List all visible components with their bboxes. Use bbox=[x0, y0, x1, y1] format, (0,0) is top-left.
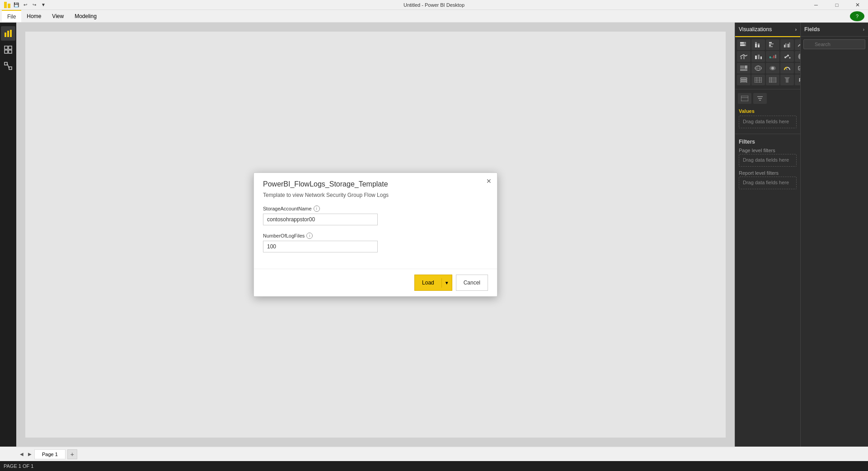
sidebar-icon-relationships[interactable] bbox=[1, 59, 15, 73]
svg-rect-3 bbox=[7, 31, 9, 37]
menu-tab-view[interactable]: View bbox=[47, 10, 69, 22]
viz-stacked-column[interactable] bbox=[751, 39, 765, 50]
page-tab-1[interactable]: Page 1 bbox=[34, 449, 66, 459]
viz-clustered-bar[interactable] bbox=[766, 39, 779, 50]
svg-rect-61 bbox=[741, 81, 747, 83]
load-button-main[interactable]: Load bbox=[415, 277, 441, 288]
svg-rect-12 bbox=[740, 42, 744, 44]
report-level-filters-label: Report level filters bbox=[735, 170, 800, 177]
svg-rect-21 bbox=[769, 43, 774, 45]
window-title: Untitled - Power BI Desktop bbox=[404, 2, 464, 8]
app-icon bbox=[4, 1, 11, 9]
load-button-dropdown[interactable]: ▼ bbox=[441, 278, 452, 288]
field-info-icon-storage[interactable]: i bbox=[314, 205, 320, 212]
minimize-button[interactable]: ─ bbox=[806, 0, 826, 10]
svg-rect-48 bbox=[740, 69, 747, 71]
viz-ribbon[interactable] bbox=[751, 51, 765, 62]
svg-rect-62 bbox=[755, 77, 762, 83]
redo-icon[interactable]: ↪ bbox=[31, 1, 38, 9]
cancel-button[interactable]: Cancel bbox=[456, 275, 488, 291]
sidebar-icon-report[interactable] bbox=[1, 26, 15, 41]
undo-icon[interactable]: ↩ bbox=[22, 1, 29, 9]
svg-rect-14 bbox=[740, 44, 745, 46]
svg-rect-8 bbox=[9, 50, 12, 53]
number-of-log-files-input[interactable] bbox=[263, 241, 378, 252]
values-drop-zone[interactable]: Drag data fields here bbox=[739, 116, 797, 128]
viz-extra-filter[interactable] bbox=[753, 93, 767, 104]
fields-panel: Fields › 🔍 bbox=[800, 23, 868, 447]
menu-tab-home[interactable]: Home bbox=[21, 10, 47, 22]
svg-rect-60 bbox=[741, 79, 747, 81]
svg-rect-35 bbox=[771, 57, 773, 58]
svg-line-54 bbox=[786, 68, 787, 70]
visualizations-tab[interactable]: Visualizations › bbox=[735, 23, 800, 37]
svg-rect-18 bbox=[758, 45, 760, 47]
svg-rect-34 bbox=[769, 56, 771, 58]
viz-matrix[interactable] bbox=[766, 75, 779, 85]
page-tabs-bar: ◀ ▶ Page 1 + bbox=[16, 447, 735, 461]
dialog: ✕ PowerBI_FlowLogs_Storage_Template Temp… bbox=[253, 173, 497, 297]
values-label: Values bbox=[735, 106, 800, 116]
svg-rect-23 bbox=[769, 46, 773, 47]
save-icon[interactable]: 💾 bbox=[13, 1, 20, 9]
svg-rect-32 bbox=[758, 55, 760, 59]
menu-tab-file[interactable]: File bbox=[2, 10, 21, 22]
viz-line-clustered[interactable] bbox=[737, 51, 751, 62]
main-layout: ✕ PowerBI_FlowLogs_Storage_Template Temp… bbox=[0, 23, 868, 447]
close-button[interactable]: ✕ bbox=[847, 0, 868, 10]
svg-point-41 bbox=[786, 56, 788, 57]
restore-button[interactable]: □ bbox=[826, 0, 847, 10]
sidebar-icon-data[interactable] bbox=[1, 42, 15, 57]
dialog-close-button[interactable]: ✕ bbox=[484, 177, 493, 186]
fields-search-container: 🔍 bbox=[801, 37, 868, 52]
viz-gauge[interactable] bbox=[780, 63, 794, 74]
viz-table[interactable] bbox=[751, 75, 765, 85]
viz-funnel[interactable] bbox=[780, 75, 794, 85]
svg-rect-46 bbox=[740, 65, 744, 69]
viz-waterfall[interactable] bbox=[766, 51, 779, 62]
fields-panel-header: Fields › bbox=[801, 23, 868, 37]
viz-clustered-column[interactable] bbox=[780, 39, 794, 50]
svg-rect-37 bbox=[775, 55, 776, 58]
status-bar: PAGE 1 OF 1 bbox=[0, 461, 868, 471]
report-filters-drop-zone[interactable]: Drag data fields here bbox=[739, 177, 797, 189]
storage-account-name-input[interactable] bbox=[263, 214, 378, 225]
viz-extra-table[interactable] bbox=[738, 93, 751, 104]
svg-rect-20 bbox=[769, 42, 772, 43]
load-button-group[interactable]: Load ▼ bbox=[414, 275, 452, 291]
svg-rect-77 bbox=[741, 96, 748, 101]
nav-arrow-left[interactable]: ◀ bbox=[18, 451, 25, 458]
svg-rect-0 bbox=[4, 2, 7, 8]
svg-line-11 bbox=[7, 64, 9, 68]
viz-scatter[interactable] bbox=[780, 51, 794, 62]
page-filters-drop-zone[interactable]: Drag data fields here bbox=[739, 154, 797, 167]
viz-treemap[interactable] bbox=[737, 63, 751, 74]
svg-rect-19 bbox=[758, 43, 760, 45]
fields-search-input[interactable] bbox=[803, 39, 865, 49]
viz-stacked-bar[interactable] bbox=[737, 39, 751, 50]
viz-slicer[interactable] bbox=[737, 75, 751, 85]
svg-rect-47 bbox=[745, 65, 747, 69]
svg-rect-17 bbox=[755, 42, 757, 44]
user-avatar[interactable]: ? bbox=[850, 11, 864, 21]
svg-rect-13 bbox=[744, 42, 746, 44]
nav-arrow-right[interactable]: ▶ bbox=[26, 451, 33, 458]
svg-point-53 bbox=[771, 67, 774, 70]
add-page-button[interactable]: + bbox=[67, 449, 77, 459]
viz-map[interactable] bbox=[751, 63, 765, 74]
svg-rect-5 bbox=[5, 46, 8, 49]
viz-icon-grid: 42 ↑KPI R bbox=[735, 37, 800, 87]
status-page-info: PAGE 1 OF 1 bbox=[4, 463, 33, 469]
svg-rect-30 bbox=[743, 56, 745, 59]
fields-panel-expand[interactable]: › bbox=[863, 27, 864, 32]
menu-bar: File Home View Modeling ? bbox=[0, 10, 868, 23]
dialog-footer: Load ▼ Cancel bbox=[254, 269, 497, 296]
fields-panel-title: Fields bbox=[804, 26, 820, 33]
viz-filled-map[interactable] bbox=[766, 63, 779, 74]
svg-point-38 bbox=[784, 56, 786, 58]
modal-overlay: ✕ PowerBI_FlowLogs_Storage_Template Temp… bbox=[16, 23, 735, 447]
quick-access-icon[interactable]: ▼ bbox=[40, 1, 47, 9]
menu-tab-modeling[interactable]: Modeling bbox=[69, 10, 102, 22]
svg-rect-25 bbox=[785, 43, 787, 47]
field-info-icon-logfiles[interactable]: i bbox=[306, 233, 313, 239]
